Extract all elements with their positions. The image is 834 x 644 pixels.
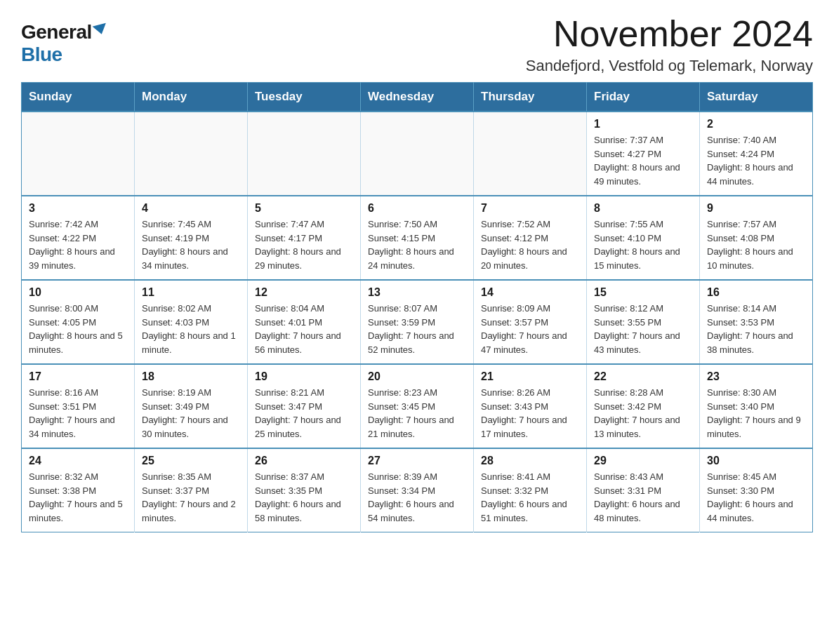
day-number: 19 — [255, 370, 353, 383]
day-number: 20 — [368, 370, 466, 383]
day-number: 6 — [368, 202, 466, 215]
day-info: Sunrise: 7:42 AMSunset: 4:22 PMDaylight:… — [29, 217, 127, 272]
calendar-cell: 11Sunrise: 8:02 AMSunset: 4:03 PMDayligh… — [135, 280, 248, 364]
calendar-cell: 8Sunrise: 7:55 AMSunset: 4:10 PMDaylight… — [587, 196, 700, 280]
calendar-week-1: 1Sunrise: 7:37 AMSunset: 4:27 PMDaylight… — [22, 112, 813, 196]
day-info: Sunrise: 8:37 AMSunset: 3:35 PMDaylight:… — [255, 470, 353, 525]
calendar-cell: 4Sunrise: 7:45 AMSunset: 4:19 PMDaylight… — [135, 196, 248, 280]
title-area: November 2024 Sandefjord, Vestfold og Te… — [526, 14, 813, 75]
day-info: Sunrise: 8:28 AMSunset: 3:42 PMDaylight:… — [594, 386, 692, 441]
day-number: 5 — [255, 202, 353, 215]
calendar-cell: 21Sunrise: 8:26 AMSunset: 3:43 PMDayligh… — [474, 364, 587, 448]
logo-triangle-icon — [92, 23, 108, 36]
day-info: Sunrise: 8:21 AMSunset: 3:47 PMDaylight:… — [255, 386, 353, 441]
calendar-cell: 25Sunrise: 8:35 AMSunset: 3:37 PMDayligh… — [135, 448, 248, 532]
header: General Blue November 2024 Sandefjord, V… — [21, 14, 813, 75]
calendar-cell: 5Sunrise: 7:47 AMSunset: 4:17 PMDaylight… — [248, 196, 361, 280]
calendar-cell: 12Sunrise: 8:04 AMSunset: 4:01 PMDayligh… — [248, 280, 361, 364]
calendar-cell: 15Sunrise: 8:12 AMSunset: 3:55 PMDayligh… — [587, 280, 700, 364]
day-number: 9 — [707, 202, 805, 215]
day-number: 26 — [255, 455, 353, 467]
calendar-week-3: 10Sunrise: 8:00 AMSunset: 4:05 PMDayligh… — [22, 280, 813, 364]
calendar-cell — [474, 112, 587, 196]
calendar-week-5: 24Sunrise: 8:32 AMSunset: 3:38 PMDayligh… — [22, 448, 813, 532]
calendar-cell: 16Sunrise: 8:14 AMSunset: 3:53 PMDayligh… — [700, 280, 813, 364]
day-number: 18 — [142, 370, 240, 383]
calendar-cell: 1Sunrise: 7:37 AMSunset: 4:27 PMDaylight… — [587, 112, 700, 196]
day-info: Sunrise: 8:26 AMSunset: 3:43 PMDaylight:… — [481, 386, 579, 441]
day-info: Sunrise: 8:30 AMSunset: 3:40 PMDaylight:… — [707, 386, 805, 441]
day-info: Sunrise: 8:02 AMSunset: 4:03 PMDaylight:… — [142, 302, 240, 356]
day-info: Sunrise: 7:52 AMSunset: 4:12 PMDaylight:… — [481, 217, 579, 272]
day-number: 2 — [707, 118, 805, 130]
header-thursday: Thursday — [474, 83, 587, 112]
calendar-cell: 24Sunrise: 8:32 AMSunset: 3:38 PMDayligh… — [22, 448, 135, 532]
day-number: 1 — [594, 118, 692, 130]
page-subtitle: Sandefjord, Vestfold og Telemark, Norway — [526, 57, 813, 75]
calendar-cell — [22, 112, 135, 196]
calendar-cell: 30Sunrise: 8:45 AMSunset: 3:30 PMDayligh… — [700, 448, 813, 532]
day-number: 24 — [29, 455, 127, 467]
day-info: Sunrise: 8:12 AMSunset: 3:55 PMDaylight:… — [594, 302, 692, 356]
day-number: 29 — [594, 455, 692, 467]
day-info: Sunrise: 8:41 AMSunset: 3:32 PMDaylight:… — [481, 470, 579, 525]
day-number: 30 — [707, 455, 805, 467]
calendar-cell: 17Sunrise: 8:16 AMSunset: 3:51 PMDayligh… — [22, 364, 135, 448]
logo: General Blue — [21, 14, 107, 66]
header-row: Sunday Monday Tuesday Wednesday Thursday… — [22, 83, 813, 112]
day-info: Sunrise: 7:40 AMSunset: 4:24 PMDaylight:… — [707, 133, 805, 188]
day-number: 15 — [594, 286, 692, 299]
calendar-week-4: 17Sunrise: 8:16 AMSunset: 3:51 PMDayligh… — [22, 364, 813, 448]
calendar-cell: 6Sunrise: 7:50 AMSunset: 4:15 PMDaylight… — [361, 196, 474, 280]
day-info: Sunrise: 8:00 AMSunset: 4:05 PMDaylight:… — [29, 302, 127, 356]
calendar-cell: 29Sunrise: 8:43 AMSunset: 3:31 PMDayligh… — [587, 448, 700, 532]
calendar-cell — [248, 112, 361, 196]
day-number: 7 — [481, 202, 579, 215]
calendar-cell: 13Sunrise: 8:07 AMSunset: 3:59 PMDayligh… — [361, 280, 474, 364]
day-number: 10 — [29, 286, 127, 299]
day-info: Sunrise: 7:55 AMSunset: 4:10 PMDaylight:… — [594, 217, 692, 272]
day-number: 27 — [368, 455, 466, 467]
calendar-cell: 7Sunrise: 7:52 AMSunset: 4:12 PMDaylight… — [474, 196, 587, 280]
day-info: Sunrise: 8:14 AMSunset: 3:53 PMDaylight:… — [707, 302, 805, 356]
day-info: Sunrise: 8:09 AMSunset: 3:57 PMDaylight:… — [481, 302, 579, 356]
day-info: Sunrise: 8:32 AMSunset: 3:38 PMDaylight:… — [29, 470, 127, 525]
day-number: 22 — [594, 370, 692, 383]
calendar-cell — [361, 112, 474, 196]
day-info: Sunrise: 8:45 AMSunset: 3:30 PMDaylight:… — [707, 470, 805, 525]
day-info: Sunrise: 7:37 AMSunset: 4:27 PMDaylight:… — [594, 133, 692, 188]
day-info: Sunrise: 8:19 AMSunset: 3:49 PMDaylight:… — [142, 386, 240, 441]
day-info: Sunrise: 7:45 AMSunset: 4:19 PMDaylight:… — [142, 217, 240, 272]
day-info: Sunrise: 8:23 AMSunset: 3:45 PMDaylight:… — [368, 386, 466, 441]
calendar-cell: 26Sunrise: 8:37 AMSunset: 3:35 PMDayligh… — [248, 448, 361, 532]
day-number: 12 — [255, 286, 353, 299]
day-number: 11 — [142, 286, 240, 299]
day-number: 3 — [29, 202, 127, 215]
header-saturday: Saturday — [700, 83, 813, 112]
calendar-cell: 22Sunrise: 8:28 AMSunset: 3:42 PMDayligh… — [587, 364, 700, 448]
header-wednesday: Wednesday — [361, 83, 474, 112]
calendar-cell: 23Sunrise: 8:30 AMSunset: 3:40 PMDayligh… — [700, 364, 813, 448]
calendar-week-2: 3Sunrise: 7:42 AMSunset: 4:22 PMDaylight… — [22, 196, 813, 280]
calendar-cell: 2Sunrise: 7:40 AMSunset: 4:24 PMDaylight… — [700, 112, 813, 196]
page-title: November 2024 — [526, 14, 813, 54]
day-number: 23 — [707, 370, 805, 383]
calendar-header: Sunday Monday Tuesday Wednesday Thursday… — [22, 83, 813, 112]
day-info: Sunrise: 8:39 AMSunset: 3:34 PMDaylight:… — [368, 470, 466, 525]
day-info: Sunrise: 8:43 AMSunset: 3:31 PMDaylight:… — [594, 470, 692, 525]
day-info: Sunrise: 8:16 AMSunset: 3:51 PMDaylight:… — [29, 386, 127, 441]
day-number: 16 — [707, 286, 805, 299]
day-info: Sunrise: 7:47 AMSunset: 4:17 PMDaylight:… — [255, 217, 353, 272]
calendar-cell: 20Sunrise: 8:23 AMSunset: 3:45 PMDayligh… — [361, 364, 474, 448]
day-info: Sunrise: 8:35 AMSunset: 3:37 PMDaylight:… — [142, 470, 240, 525]
header-friday: Friday — [587, 83, 700, 112]
calendar-cell: 28Sunrise: 8:41 AMSunset: 3:32 PMDayligh… — [474, 448, 587, 532]
calendar-cell: 18Sunrise: 8:19 AMSunset: 3:49 PMDayligh… — [135, 364, 248, 448]
calendar-cell — [135, 112, 248, 196]
calendar-body: 1Sunrise: 7:37 AMSunset: 4:27 PMDaylight… — [22, 112, 813, 532]
day-number: 17 — [29, 370, 127, 383]
logo-blue-text: Blue — [21, 43, 62, 66]
header-sunday: Sunday — [22, 83, 135, 112]
day-info: Sunrise: 8:07 AMSunset: 3:59 PMDaylight:… — [368, 302, 466, 356]
day-number: 13 — [368, 286, 466, 299]
